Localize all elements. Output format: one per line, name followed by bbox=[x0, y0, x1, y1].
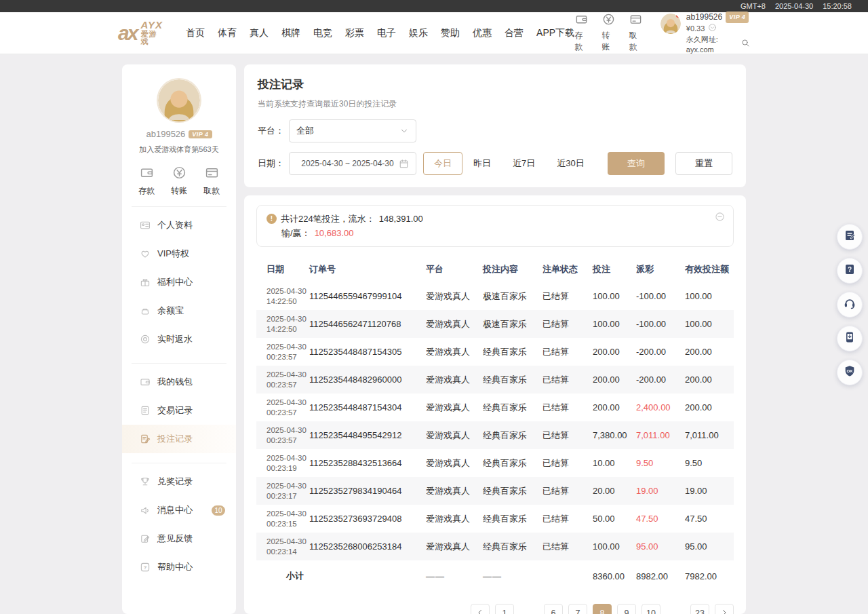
table-row: 2025-04-3000:23:15 1125235273693729408 爱… bbox=[256, 505, 734, 533]
sidebar-action-card[interactable]: 取款 bbox=[203, 166, 220, 197]
nav-item[interactable]: 赞助 bbox=[441, 27, 460, 39]
cell-bet-content: 经典百家乐 bbox=[483, 485, 542, 497]
cell-date: 2025-04-3000:23:14 bbox=[256, 537, 309, 557]
sidebar-item-edit[interactable]: 意见反馈 bbox=[122, 524, 236, 553]
avatar[interactable] bbox=[660, 14, 681, 34]
sidebar-item-pen[interactable]: 投注记录 bbox=[122, 425, 236, 453]
nav-item[interactable]: APP下载 bbox=[536, 27, 574, 39]
nav-item[interactable]: 真人 bbox=[250, 27, 269, 39]
sidebar-item-idcard[interactable]: 个人资料 bbox=[122, 211, 236, 239]
nav-item[interactable]: 优惠 bbox=[473, 27, 492, 39]
nav-item[interactable]: 电竞 bbox=[313, 27, 332, 39]
avatar[interactable] bbox=[158, 79, 200, 121]
quick-filter-button[interactable]: 今日 bbox=[423, 152, 462, 175]
sidebar-item-label: 个人资料 bbox=[157, 219, 193, 231]
header-action-card[interactable]: 取款 bbox=[629, 13, 643, 53]
platform-select[interactable]: 全部 bbox=[289, 119, 416, 142]
chevron-left-icon bbox=[475, 608, 485, 614]
app-download-icon bbox=[843, 330, 856, 347]
cell-status: 已结算 bbox=[542, 318, 593, 330]
cell-date: 2025-04-3014:22:50 bbox=[256, 314, 309, 334]
nav-item[interactable]: 棋牌 bbox=[281, 27, 300, 39]
floating-app-download-button[interactable] bbox=[837, 326, 863, 351]
page-button[interactable]: 10 bbox=[642, 604, 660, 614]
floating-verify-button[interactable]: OK bbox=[837, 360, 863, 385]
page-button[interactable]: 1 bbox=[495, 604, 514, 614]
timezone-label: GMT+8 bbox=[741, 2, 766, 10]
next-page-button[interactable] bbox=[715, 604, 734, 614]
sidebar-item-horn[interactable]: 消息中心10 bbox=[122, 496, 236, 524]
floating-faq-button[interactable]: ? bbox=[837, 258, 863, 284]
collapse-icon[interactable] bbox=[715, 212, 725, 224]
sidebar-item-doc[interactable]: 交易记录 bbox=[122, 396, 236, 425]
page-button[interactable]: 9 bbox=[617, 604, 636, 614]
sidebar-item-heart[interactable]: VIP特权 bbox=[122, 239, 236, 268]
trophy-icon bbox=[140, 476, 151, 487]
cell-valid-bet: 100.00 bbox=[685, 319, 734, 329]
sidebar-action-transfer[interactable]: 转账 bbox=[171, 166, 187, 197]
floating-survey-button[interactable] bbox=[837, 224, 863, 250]
page-ellipsis[interactable]: ... bbox=[666, 604, 685, 614]
cell-valid-bet: 9.50 bbox=[685, 458, 734, 468]
header-action-transfer[interactable]: 转账 bbox=[601, 13, 615, 53]
transfer-icon bbox=[172, 166, 186, 183]
column-header: 派彩 bbox=[636, 263, 685, 275]
nav-item[interactable]: 合营 bbox=[505, 27, 524, 39]
wallet-icon bbox=[140, 377, 151, 387]
nav-item[interactable]: 电子 bbox=[377, 27, 396, 39]
sidebar-item-gift[interactable]: 福利中心 bbox=[122, 268, 236, 296]
summary-winloss-value: 10,683.00 bbox=[315, 226, 354, 240]
table-row: 2025-04-3014:22:50 1125446559467999104 爱… bbox=[256, 282, 734, 310]
quick-filter-button[interactable]: 近30日 bbox=[546, 152, 595, 175]
wallet-icon bbox=[140, 166, 154, 183]
sidebar-item-target[interactable]: 实时返水 bbox=[122, 325, 236, 353]
page-ellipsis[interactable]: ... bbox=[519, 604, 538, 614]
cell-status: 已结算 bbox=[542, 290, 593, 303]
nav-item[interactable]: 首页 bbox=[186, 27, 205, 39]
cell-platform: 爱游戏真人 bbox=[426, 513, 483, 525]
nav-item[interactable]: 彩票 bbox=[345, 27, 364, 39]
nav-item[interactable]: 体育 bbox=[218, 27, 237, 39]
sidebar-action-wallet[interactable]: 存款 bbox=[138, 166, 155, 197]
cell-payout: -100.00 bbox=[636, 319, 685, 329]
cell-order-number: 1125235448487154304 bbox=[309, 402, 426, 412]
header-action-wallet[interactable]: 存款 bbox=[574, 13, 588, 53]
prev-page-button[interactable] bbox=[471, 604, 490, 614]
subtotal-row: 小计 —— —— 8360.00 8982.00 7982.00 bbox=[256, 560, 734, 592]
sidebar-item-trophy[interactable]: 兑奖记录 bbox=[122, 467, 236, 496]
reset-button[interactable]: 重置 bbox=[675, 152, 732, 175]
search-icon[interactable] bbox=[741, 39, 750, 50]
table-row: 2025-04-3000:23:57 1125235448482960000 爱… bbox=[256, 366, 734, 394]
quick-filter-button[interactable]: 昨日 bbox=[462, 152, 502, 175]
sidebar-item-label: VIP特权 bbox=[157, 248, 189, 260]
quick-filter-button[interactable]: 近7日 bbox=[502, 152, 546, 175]
cell-bet-content: 经典百家乐 bbox=[483, 346, 542, 358]
transfer-icon bbox=[602, 13, 615, 28]
sidebar-item-help[interactable]: ? 帮助中心 bbox=[122, 553, 236, 581]
top-status-bar: GMT+8 2025-04-30 15:20:58 bbox=[0, 0, 868, 12]
chevron-right-icon bbox=[719, 608, 729, 614]
date-range-input[interactable]: 2025-04-30 ~ 2025-04-30 bbox=[289, 152, 416, 175]
sidebar-item-label: 余额宝 bbox=[157, 305, 184, 317]
cell-payout: -200.00 bbox=[636, 347, 685, 357]
current-time: 15:20:58 bbox=[823, 2, 852, 10]
page-button[interactable]: 7 bbox=[568, 604, 587, 614]
cell-status: 已结算 bbox=[542, 402, 593, 414]
page-button[interactable]: 6 bbox=[544, 604, 563, 614]
column-header: 日期 bbox=[256, 263, 309, 275]
sidebar-item-wallet[interactable]: 我的钱包 bbox=[122, 368, 236, 396]
sidebar-item-pot[interactable]: 余额宝 bbox=[122, 296, 236, 325]
brand-logo[interactable]: ax AYX 爱游戏 bbox=[118, 20, 163, 46]
page-button[interactable]: 23 bbox=[690, 604, 709, 614]
page-button[interactable]: 8 bbox=[593, 604, 612, 614]
cell-platform: 爱游戏真人 bbox=[426, 457, 483, 469]
summary-winloss-label: 输/赢： bbox=[281, 226, 311, 240]
cell-order-number: 1125235279834190464 bbox=[309, 486, 426, 496]
nav-item[interactable]: 娱乐 bbox=[409, 27, 428, 39]
floating-service-button[interactable] bbox=[837, 292, 863, 318]
wallet-icon bbox=[575, 13, 588, 28]
pagination: 1...678910...23 bbox=[256, 604, 734, 614]
refresh-balance-icon[interactable] bbox=[708, 23, 717, 35]
gift-icon bbox=[140, 277, 151, 288]
search-button[interactable]: 查询 bbox=[608, 152, 665, 175]
